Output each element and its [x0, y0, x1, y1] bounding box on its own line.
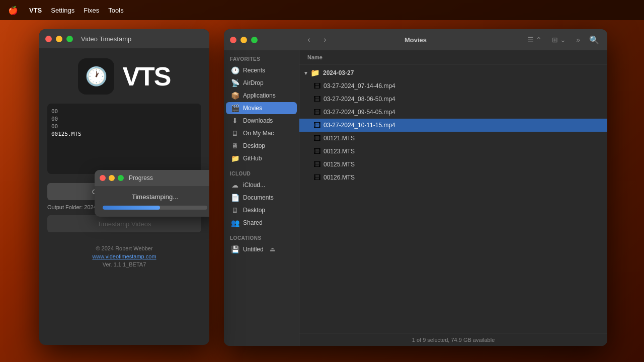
file-name: 00126.MTS: [324, 174, 355, 181]
progress-close-button[interactable]: [100, 175, 106, 181]
sidebar-item-downloads[interactable]: ⬇ Downloads: [226, 115, 297, 127]
vts-titlebar: Video Timestamp: [39, 29, 209, 48]
sidebar-item-label: Recents: [243, 67, 265, 74]
progress-dialog: Progress Timestamping...: [95, 170, 209, 217]
locations-label: Locations: [224, 229, 299, 243]
shared-icon: 👥: [231, 219, 239, 227]
documents-icon: 📄: [231, 194, 239, 202]
untitled-icon: 💾: [231, 245, 239, 253]
onmymac-icon: 🖥: [231, 129, 239, 137]
sidebar-item-label: iCloud...: [243, 182, 265, 189]
progress-body: Timestamping...: [95, 186, 209, 217]
file-row[interactable]: 🎞 03-27-2024_09-54-05.mp4: [299, 106, 607, 119]
airdrop-icon: 📡: [231, 79, 239, 87]
website-link[interactable]: www.videotimestamp.com: [47, 253, 201, 259]
folder-row-2024[interactable]: ▼ 📁 2024-03-27: [299, 66, 607, 79]
progress-label: Timestamping...: [103, 193, 207, 201]
video-file-icon: 🎞: [313, 160, 320, 168]
progress-maximize-button[interactable]: [118, 175, 124, 181]
desktop2-icon: 🖥: [231, 206, 239, 214]
menu-fixes[interactable]: Fixes: [84, 7, 99, 14]
vts-app-icon: 🕐: [78, 58, 114, 95]
file-row-selected[interactable]: 🎞 03-27-2024_10-11-15.mp4: [299, 119, 607, 132]
sidebar-item-airdrop[interactable]: 📡 AirDrop: [226, 77, 297, 89]
file-row[interactable]: 🎞 00121.MTS: [299, 132, 607, 145]
sidebar-item-label: Untitled: [243, 246, 264, 253]
minimize-button[interactable]: [56, 36, 62, 42]
menu-tools[interactable]: Tools: [108, 7, 123, 14]
progress-minimize-button[interactable]: [109, 175, 115, 181]
sidebar-item-untitled[interactable]: 💾 Untitled ⏏: [226, 243, 297, 255]
column-header: Name: [299, 50, 607, 64]
folder-icon: 📁: [310, 68, 320, 77]
menu-vts[interactable]: VTS: [29, 7, 42, 14]
sidebar-item-documents[interactable]: 📄 Documents: [226, 192, 297, 204]
file-list: ▼ 📁 2024-03-27 🎞 03-27-2024_07-14-46.mp4…: [299, 64, 607, 333]
sidebar-item-shared[interactable]: 👥 Shared: [226, 217, 297, 229]
file-name: 00125.MTS: [324, 161, 355, 168]
sidebar-item-applications[interactable]: 📦 Applications: [226, 89, 297, 102]
video-file-icon: 🎞: [313, 121, 320, 129]
video-file-icon: 🎞: [313, 134, 320, 142]
progress-bar-fill: [103, 206, 160, 210]
file-row[interactable]: 🎞 03-27-2024_08-06-50.mp4: [299, 93, 607, 106]
finder-minimize-button[interactable]: [240, 37, 247, 43]
icloud-icon: ☁: [231, 181, 239, 189]
back-button[interactable]: ‹: [302, 33, 316, 47]
sidebar-item-github[interactable]: 📁 GitHub: [226, 152, 297, 164]
version-text: Ver. 1.1.1_BETA7: [47, 261, 201, 267]
file-row[interactable]: 🎞 00123.MTS: [299, 145, 607, 158]
downloads-icon: ⬇: [231, 117, 239, 125]
sidebar-item-icloud[interactable]: ☁ iCloud...: [226, 179, 297, 191]
finder-toolbar-right: ☰ ⌃ ⊞ ⌄ » 🔍: [524, 33, 601, 47]
recents-icon: 🕐: [231, 66, 239, 74]
list-view-button[interactable]: ☰ ⌃: [524, 34, 545, 46]
file-name: 03-27-2024_08-06-50.mp4: [324, 96, 395, 103]
sidebar-item-onmymac[interactable]: 🖥 On My Mac: [226, 127, 297, 139]
progress-bar-background: [103, 206, 207, 210]
forward-button[interactable]: ›: [318, 33, 332, 47]
file-row[interactable]: 🎞 00126.MTS: [299, 171, 607, 184]
finder-titlebar: ‹ › Movies ☰ ⌃ ⊞ ⌄ » 🔍: [224, 29, 607, 50]
sidebar-item-recents[interactable]: 🕐 Recents: [226, 64, 297, 76]
vts-logo-area: 🕐 VTS: [39, 48, 209, 100]
file-name: 03-27-2024_07-14-46.mp4: [324, 82, 395, 89]
video-file-icon: 🎞: [313, 95, 320, 103]
more-options-button[interactable]: »: [573, 34, 583, 46]
file-name: 03-27-2024_09-54-05.mp4: [324, 109, 395, 116]
finder-close-button[interactable]: [230, 37, 236, 43]
vts-file-list: 00 00 00 00125.MTS: [47, 104, 201, 174]
vts-window-title: Video Timestamp: [81, 35, 131, 43]
sidebar-item-label: Shared: [243, 219, 263, 226]
sidebar-item-label: Desktop: [243, 207, 265, 214]
timestamp-videos-button[interactable]: Timestamp Videos: [47, 215, 201, 232]
sidebar-item-label: AirDrop: [243, 79, 264, 86]
expand-arrow-icon[interactable]: ▼: [303, 70, 310, 76]
video-file-icon: 🎞: [313, 147, 320, 155]
sidebar-item-label: On My Mac: [243, 130, 274, 137]
finder-window: ‹ › Movies ☰ ⌃ ⊞ ⌄ » 🔍 Favorites 🕐 Recen…: [224, 29, 607, 346]
sidebar-item-label: Desktop: [243, 142, 265, 149]
name-column-header: Name: [307, 54, 323, 60]
sidebar-item-movies[interactable]: 🎬 Movies: [226, 102, 297, 114]
sidebar-item-label: Downloads: [243, 117, 273, 124]
sidebar-item-desktop2[interactable]: 🖥 Desktop: [226, 204, 297, 216]
favorites-label: Favorites: [224, 50, 299, 64]
apple-menu[interactable]: 🍎: [8, 6, 18, 15]
menu-settings[interactable]: Settings: [51, 7, 74, 14]
file-list-item: 00: [51, 123, 197, 130]
file-list-item: 00: [51, 108, 197, 115]
finder-content: Favorites 🕐 Recents 📡 AirDrop 📦 Applicat…: [224, 50, 607, 346]
file-list-item: 00: [51, 115, 197, 123]
icon-view-button[interactable]: ⊞ ⌄: [549, 34, 569, 46]
finder-maximize-button[interactable]: [251, 37, 258, 43]
search-button[interactable]: 🔍: [587, 33, 601, 47]
sidebar-item-label: GitHub: [243, 155, 262, 162]
close-button[interactable]: [45, 36, 52, 42]
eject-icon[interactable]: ⏏: [270, 246, 275, 253]
maximize-button[interactable]: [66, 36, 73, 42]
file-row[interactable]: 🎞 03-27-2024_07-14-46.mp4: [299, 79, 607, 93]
file-name: 00121.MTS: [324, 135, 355, 142]
sidebar-item-desktop[interactable]: 🖥 Desktop: [226, 140, 297, 152]
file-row[interactable]: 🎞 00125.MTS: [299, 158, 607, 171]
